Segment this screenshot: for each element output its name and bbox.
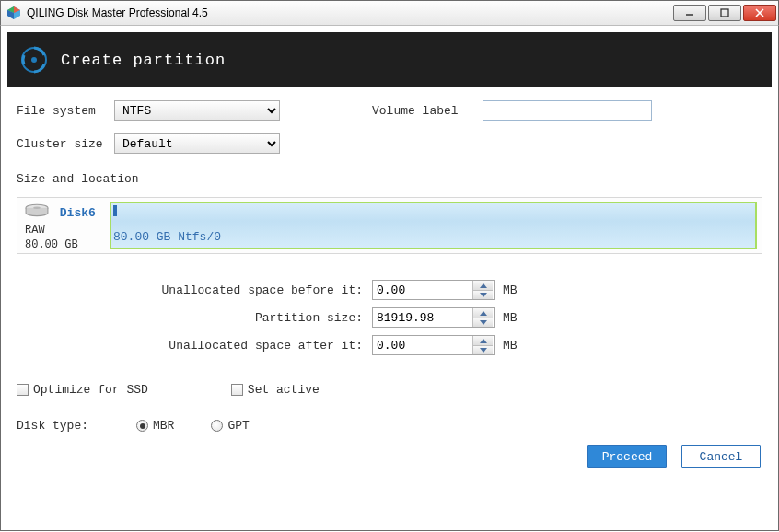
gpt-label: GPT (227, 419, 249, 433)
unalloc-after-input[interactable] (373, 336, 472, 354)
disk-type-mbr-radio[interactable]: MBR (136, 419, 174, 433)
cancel-button[interactable]: Cancel (681, 445, 761, 468)
unalloc-after-unit: MB (503, 339, 517, 353)
set-active-label: Set active (248, 383, 320, 397)
titlebar: QILING Disk Master Professional 4.5 (0, 0, 779, 26)
svg-marker-9 (480, 283, 487, 288)
footer: Proceed Cancel (7, 440, 772, 468)
svg-marker-11 (480, 311, 487, 316)
svg-rect-4 (721, 9, 728, 17)
checkbox-box (231, 384, 243, 396)
radio-circle (211, 420, 223, 432)
unalloc-before-label: Unallocated space before it: (68, 283, 372, 297)
app-title: QILING Disk Master Professional 4.5 (27, 6, 208, 19)
app-logo-icon (20, 46, 48, 74)
unalloc-before-unit: MB (503, 283, 517, 297)
volume-label-input[interactable] (483, 100, 652, 121)
disk-size: 80.00 GB (25, 237, 110, 252)
cluster-size-select[interactable]: Default (114, 133, 280, 154)
svg-marker-14 (480, 348, 487, 353)
disk-type-label: Disk type: (17, 419, 136, 433)
minimize-button[interactable] (673, 5, 706, 21)
close-button[interactable] (743, 5, 776, 21)
header-strip: Create partition (7, 32, 772, 87)
maximize-button[interactable] (708, 5, 741, 21)
page-title: Create partition (61, 52, 226, 69)
svg-marker-10 (480, 293, 487, 297)
radio-circle (136, 420, 148, 432)
disk-block: Disk6 RAW 80.00 GB 80.00 GB Ntfs/0 (17, 197, 762, 254)
unalloc-after-label: Unallocated space after it: (68, 339, 372, 353)
unalloc-before-up[interactable] (473, 281, 493, 290)
disk-type-gpt-radio[interactable]: GPT (211, 419, 249, 433)
volume-label-label: Volume label (372, 104, 483, 118)
proceed-button[interactable]: Proceed (587, 445, 667, 468)
svg-point-6 (31, 57, 37, 63)
unalloc-before-spinner[interactable] (372, 280, 495, 300)
mbr-label: MBR (153, 419, 174, 433)
optimize-ssd-checkbox[interactable]: Optimize for SSD (17, 383, 148, 397)
partition-size-input[interactable] (373, 308, 472, 327)
partition-viz-label: 80.00 GB Ntfs/0 (113, 230, 221, 244)
partition-size-down[interactable] (473, 318, 493, 327)
set-active-checkbox[interactable]: Set active (231, 383, 320, 397)
cluster-size-label: Cluster size (17, 137, 114, 151)
partition-size-label: Partition size: (68, 311, 372, 325)
disk-info: Disk6 RAW 80.00 GB (21, 202, 110, 249)
svg-point-8 (33, 207, 41, 209)
file-system-label: File system (17, 104, 114, 118)
optimize-ssd-label: Optimize for SSD (33, 383, 148, 397)
disk-visualization[interactable]: 80.00 GB Ntfs/0 (110, 202, 757, 249)
partition-size-up[interactable] (473, 308, 493, 318)
disk-icon (25, 203, 49, 223)
file-system-select[interactable]: NTFS (114, 100, 280, 121)
content-area: File system NTFS Volume label Cluster si… (7, 87, 772, 440)
partition-size-unit: MB (503, 311, 517, 325)
disk-name: Disk6 (60, 206, 96, 220)
unalloc-before-down[interactable] (473, 290, 493, 299)
unalloc-after-spinner[interactable] (372, 335, 495, 355)
partition-start-handle[interactable] (113, 205, 117, 216)
partition-size-spinner[interactable] (372, 307, 495, 328)
window-body: Create partition File system NTFS Volume… (0, 26, 779, 531)
unalloc-before-input[interactable] (373, 281, 472, 299)
app-icon (6, 6, 21, 20)
checkbox-box (17, 384, 29, 396)
unalloc-after-up[interactable] (473, 336, 493, 345)
svg-marker-13 (480, 339, 487, 343)
disk-fs: RAW (25, 223, 110, 237)
unalloc-after-down[interactable] (473, 345, 493, 354)
size-location-label: Size and location (17, 172, 762, 186)
svg-marker-12 (480, 320, 487, 325)
